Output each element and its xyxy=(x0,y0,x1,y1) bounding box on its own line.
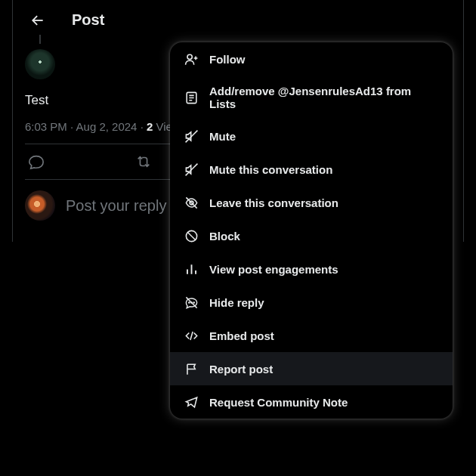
menu-item-mute-conversation[interactable]: Mute this conversation xyxy=(170,153,453,186)
menu-item-label: Add/remove @JensenrulesAd13 from Lists xyxy=(209,85,439,110)
menu-item-report[interactable]: Report post xyxy=(170,352,453,385)
mute-icon xyxy=(184,128,199,144)
menu-item-community-note[interactable]: Request Community Note xyxy=(170,385,453,419)
menu-item-label: Request Community Note xyxy=(209,396,348,409)
views-count: 2 xyxy=(147,120,153,133)
menu-item-label: Leave this conversation xyxy=(209,196,338,209)
engagements-icon xyxy=(184,261,199,277)
current-user-avatar[interactable] xyxy=(25,190,55,221)
post-actions-menu: Follow Add/remove @JensenrulesAd13 from … xyxy=(170,42,453,419)
leave-conversation-icon xyxy=(184,195,199,210)
embed-icon xyxy=(184,328,199,343)
menu-item-block[interactable]: Block xyxy=(170,219,453,252)
menu-item-label: Mute xyxy=(209,130,236,143)
report-icon xyxy=(184,361,199,376)
post-time: 6:03 PM xyxy=(25,120,67,133)
menu-item-label: Embed post xyxy=(209,329,274,342)
post-date: Aug 2, 2024 xyxy=(76,120,138,133)
author-avatar[interactable] xyxy=(25,49,55,79)
svg-point-4 xyxy=(188,301,189,302)
menu-item-engagements[interactable]: View post engagements xyxy=(170,252,453,286)
reply-button[interactable] xyxy=(28,153,45,170)
reply-icon xyxy=(28,153,45,170)
svg-point-0 xyxy=(187,54,191,59)
reply-input[interactable]: Post your reply xyxy=(66,197,166,215)
menu-item-label: View post engagements xyxy=(209,263,338,276)
arrow-left-icon xyxy=(30,13,45,28)
menu-item-hide-reply[interactable]: Hide reply xyxy=(170,286,453,319)
svg-point-6 xyxy=(193,301,194,302)
mute-conversation-icon xyxy=(184,162,199,177)
menu-item-label: Hide reply xyxy=(209,296,264,309)
menu-item-follow[interactable]: Follow xyxy=(170,42,453,76)
menu-item-embed[interactable]: Embed post xyxy=(170,319,453,352)
menu-item-leave-conversation[interactable]: Leave this conversation xyxy=(170,186,453,219)
repost-icon xyxy=(135,153,152,170)
community-note-icon xyxy=(184,394,199,410)
back-button[interactable] xyxy=(25,8,51,33)
menu-item-label: Follow xyxy=(209,53,246,66)
menu-item-label: Report post xyxy=(209,363,273,376)
list-icon xyxy=(184,90,199,105)
block-icon xyxy=(184,228,199,243)
follow-icon xyxy=(184,51,199,66)
menu-item-lists[interactable]: Add/remove @JensenrulesAd13 from Lists xyxy=(170,76,453,119)
menu-item-label: Mute this conversation xyxy=(209,163,332,176)
menu-item-mute[interactable]: Mute xyxy=(170,119,453,153)
hide-reply-icon xyxy=(184,295,199,310)
page-title: Post xyxy=(72,11,104,29)
menu-item-label: Block xyxy=(209,230,240,243)
thread-line xyxy=(39,35,41,44)
repost-button[interactable] xyxy=(135,153,152,170)
